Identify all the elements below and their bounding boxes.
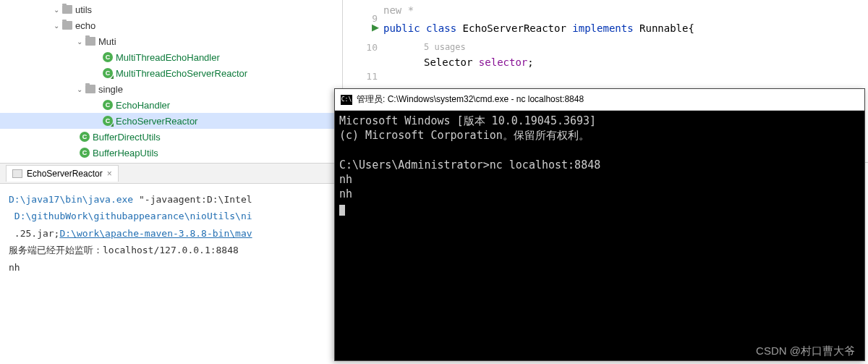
tree-item-label: BufferDirectUtils [93,132,161,143]
usages-hint[interactable]: 5 usages [383,41,868,54]
class-icon: C [80,148,90,158]
cmd-icon: C:\ [341,95,352,105]
tree-item-multithreadechohandler[interactable]: CMultiThreadEchoHandler [0,49,342,65]
chevron-down-icon[interactable]: ⌄ [51,20,62,31]
folder-icon [85,37,95,46]
class-icon: C [80,132,90,142]
tree-item-single[interactable]: ⌄single [0,81,342,97]
class-icon: C [103,68,113,78]
tree-item-echoserverreactor[interactable]: CEchoServerReactor [0,113,342,129]
tree-item-echohandler[interactable]: CEchoHandler [0,97,342,113]
tree-item-bufferheaputils[interactable]: CBufferHeapUtils [0,145,342,161]
watermark: CSDN @村口曹大爷 [756,344,855,358]
folder-icon [62,5,72,14]
tree-item-label: BufferHeapUtils [93,148,158,158]
cmd-cursor [339,205,345,216]
tree-item-label: EchoServerReactor [116,116,197,127]
tree-item-echo[interactable]: ⌄echo [0,17,342,33]
tree-item-label: MultiThreadEchoHandler [116,52,220,63]
inlay-hint: new * [383,3,868,18]
tree-item-label: single [98,84,123,95]
folder-icon [85,85,95,93]
tree-item-label: MultiThreadEchoServerReactor [116,68,247,79]
chevron-down-icon[interactable]: ⌄ [74,35,85,47]
tree-item-label: Muti [98,36,116,47]
chevron-down-icon[interactable]: ⌄ [51,4,62,15]
tree-item-bufferdirectutils[interactable]: CBufferDirectUtils [0,129,342,145]
tree-item-utils[interactable]: ⌄utils [0,1,342,17]
class-icon: C [103,100,113,110]
cmd-window[interactable]: C:\ 管理员: C:\Windows\system32\cmd.exe - n… [334,88,865,361]
project-tree[interactable]: ⌄utils⌄echo⌄MutiCMultiThreadEchoHandlerC… [0,0,343,163]
tree-item-label: EchoHandler [116,100,170,111]
cmd-title-bar[interactable]: C:\ 管理员: C:\Windows\system32\cmd.exe - n… [335,89,864,111]
close-icon[interactable]: × [107,169,112,179]
cmd-body[interactable]: Microsoft Windows [版本 10.0.19045.3693] (… [335,111,864,219]
tree-item-label: echo [75,20,95,31]
folder-icon [62,21,72,30]
run-tab[interactable]: EchoServerReactor × [6,165,119,182]
cmd-title-text: 管理员: C:\Windows\system32\cmd.exe - nc lo… [357,93,584,106]
class-icon: C [103,52,113,62]
code-line[interactable]: Selector selector; [383,55,868,70]
console-icon [12,169,22,178]
run-tab-bar: EchoServerReactor × [0,164,334,184]
run-tab-label: EchoServerReactor [27,169,103,179]
class-icon: C [103,116,113,126]
chevron-down-icon[interactable]: ⌄ [74,83,85,95]
run-tool-window: EchoServerReactor × D:\java17\bin\java.e… [0,163,334,364]
tree-item-multithreadechoserverreactor[interactable]: CMultiThreadEchoServerReactor [0,65,342,81]
tree-item-muti[interactable]: ⌄Muti [0,33,342,49]
console-output[interactable]: D:\java17\bin\java.exe "-javaagent:D:\In… [0,184,334,283]
run-gutter-icon[interactable]: ▶ [372,22,379,33]
code-line[interactable]: public class EchoServerReactor implement… [383,21,868,36]
tree-item-label: utils [75,4,92,15]
